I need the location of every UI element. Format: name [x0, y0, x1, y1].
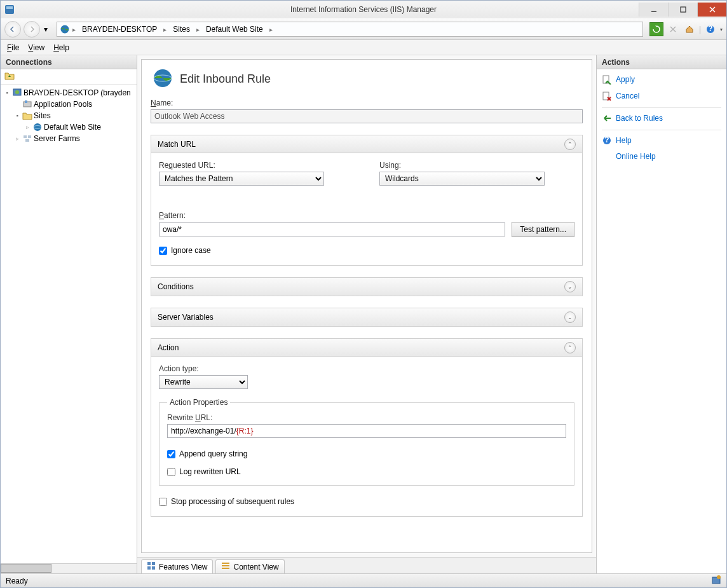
action-section: Action ⌃ Action type: Rewrite Action Pro…: [151, 338, 583, 517]
action-cancel[interactable]: Cancel: [602, 90, 721, 102]
svg-rect-3: [681, 7, 686, 12]
action-apply[interactable]: Apply: [602, 73, 721, 86]
match-url-header[interactable]: Match URL ⌃: [151, 135, 582, 153]
address-bar[interactable]: ▸ BRAYDEN-DESKTOP ▸ Sites ▸ Default Web …: [57, 22, 643, 37]
bottom-tabs: Features View Content View: [137, 557, 596, 573]
append-query-checkbox[interactable]: Append query string: [167, 449, 566, 458]
svg-rect-14: [25, 100, 27, 103]
connections-header: Connections: [1, 55, 137, 69]
action-header[interactable]: Action ⌃: [151, 339, 582, 357]
content-view-tab[interactable]: Content View: [215, 559, 284, 573]
svg-rect-27: [222, 565, 229, 566]
name-label: Name:: [151, 99, 583, 107]
statusbar: Ready: [1, 573, 726, 587]
chevron-right-icon: ▸: [72, 26, 76, 33]
action-back-to-rules[interactable]: Back to Rules: [602, 107, 721, 125]
svg-point-15: [34, 123, 41, 131]
page-title: Edit Inbound Rule: [180, 72, 271, 86]
using-select[interactable]: Wildcards: [379, 172, 545, 186]
name-input[interactable]: [151, 109, 583, 123]
svg-text:?: ?: [708, 25, 712, 33]
collapse-up-icon[interactable]: ⌃: [564, 139, 576, 150]
back-arrow-icon: [602, 113, 612, 123]
stop-processing-checkbox[interactable]: Stop processing of subsequent rules: [159, 497, 574, 506]
action-type-label: Action type:: [159, 364, 574, 373]
breadcrumb-host[interactable]: BRAYDEN-DESKTOP: [78, 24, 161, 35]
connections-toolbar: [1, 69, 137, 85]
tree-default-site[interactable]: ▹Default Web Site: [1, 121, 137, 133]
expand-down-icon[interactable]: ⌄: [564, 311, 576, 323]
nav-forward-button[interactable]: [24, 21, 40, 38]
globe-icon: [60, 24, 70, 34]
collapse-up-icon[interactable]: ⌃: [564, 342, 576, 353]
server-farms-icon: [22, 133, 32, 144]
home-button[interactable]: [683, 22, 696, 36]
ignore-case-checkbox[interactable]: Ignore case: [159, 246, 574, 255]
match-url-section: Match URL ⌃ Requested URL: Matches the P…: [151, 135, 583, 266]
server-icon: [12, 88, 22, 98]
requested-url-label: Requested URL:: [159, 161, 354, 170]
svg-rect-28: [222, 568, 229, 569]
action-help[interactable]: ? Help: [602, 130, 721, 147]
status-config-icon[interactable]: [711, 575, 721, 587]
menu-help[interactable]: Help: [53, 43, 69, 52]
svg-point-36: [717, 575, 721, 579]
menubar: File View Help: [1, 40, 726, 55]
actions-panel: Actions Apply Cancel Back to Rules ? Hel…: [596, 55, 726, 573]
close-button[interactable]: [697, 3, 726, 17]
breadcrumb-site[interactable]: Default Web Site: [202, 24, 267, 35]
titlebar: Internet Information Services (IIS) Mana…: [1, 1, 726, 18]
nav-back-button[interactable]: [4, 21, 21, 38]
test-pattern-button[interactable]: Test pattern...: [512, 222, 574, 237]
app-icon: [4, 4, 15, 15]
server-variables-section: Server Variables ⌄: [151, 308, 583, 327]
tree-host[interactable]: ▪BRAYDEN-DESKTOP (brayden: [1, 87, 137, 99]
page-title-icon: [152, 67, 173, 91]
server-variables-header[interactable]: Server Variables ⌄: [151, 308, 582, 326]
using-label: Using:: [379, 161, 574, 170]
content-area: Edit Inbound Rule Name: Match URL ⌃ Requ…: [141, 59, 592, 553]
action-type-select[interactable]: Rewrite: [159, 375, 248, 389]
folder-up-icon[interactable]: [4, 71, 15, 83]
rewrite-url-input[interactable]: http://exchange-01/{R:1}: [167, 424, 566, 438]
svg-rect-26: [222, 563, 229, 564]
nav-history-dropdown[interactable]: ▾: [41, 25, 50, 34]
tree-server-farms[interactable]: ▹Server Farms: [1, 133, 137, 144]
tree-app-pools[interactable]: Application Pools: [1, 99, 137, 110]
cancel-icon: [602, 91, 612, 101]
refresh-button[interactable]: [649, 22, 663, 36]
chevron-right-icon: ▸: [196, 26, 200, 33]
help-button[interactable]: ?: [703, 22, 717, 36]
action-properties-fieldset: Action Properties Rewrite URL: http://ex…: [159, 398, 574, 486]
svg-rect-23: [152, 562, 155, 565]
requested-url-select[interactable]: Matches the Pattern: [159, 172, 324, 186]
menu-view[interactable]: View: [28, 43, 44, 52]
apply-icon: [602, 74, 612, 85]
action-properties-legend: Action Properties: [167, 398, 230, 407]
conditions-header[interactable]: Conditions ⌄: [151, 278, 582, 296]
window-title: Internet Information Services (IIS) Mana…: [1, 5, 726, 14]
stop-button[interactable]: [666, 22, 680, 36]
features-view-tab[interactable]: Features View: [141, 559, 213, 573]
conditions-section: Conditions ⌄: [151, 277, 583, 296]
minimize-button[interactable]: [639, 3, 668, 17]
action-online-help[interactable]: Online Help: [602, 151, 721, 162]
maximize-button[interactable]: [668, 3, 697, 17]
svg-text:?: ?: [604, 135, 609, 144]
tree-sites[interactable]: ▪Sites: [1, 110, 137, 121]
pattern-input[interactable]: [159, 222, 505, 236]
breadcrumb-sites[interactable]: Sites: [169, 24, 194, 35]
connections-tree[interactable]: ▪BRAYDEN-DESKTOP (brayden Application Po…: [1, 85, 137, 563]
globe-icon: [32, 122, 43, 132]
menu-file[interactable]: File: [7, 43, 19, 52]
tree-horizontal-scrollbar[interactable]: [1, 563, 137, 573]
app-pools-icon: [22, 99, 32, 109]
log-rewritten-checkbox[interactable]: Log rewritten URL: [167, 467, 566, 476]
svg-rect-22: [147, 562, 151, 565]
svg-rect-30: [603, 92, 609, 100]
svg-rect-25: [152, 566, 155, 570]
actions-header: Actions: [597, 55, 726, 69]
expand-down-icon[interactable]: ⌄: [564, 281, 576, 292]
chevron-right-icon: ▸: [269, 26, 273, 33]
pattern-label: Pattern:: [159, 211, 574, 220]
